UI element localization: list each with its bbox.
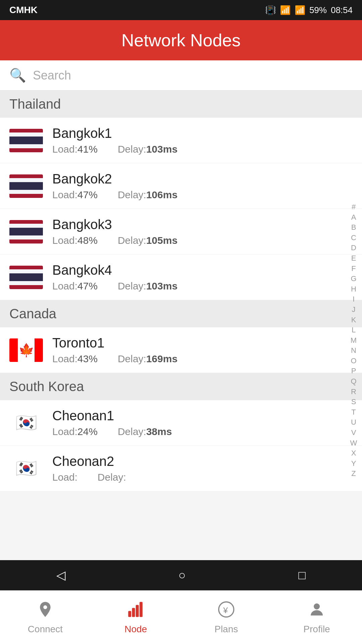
android-nav-bar: ◁ ○ □ xyxy=(0,560,362,590)
svg-point-0 xyxy=(44,605,47,608)
battery-label: 59% xyxy=(309,5,327,15)
status-icons: 📳 📶 📶 59% 08:54 xyxy=(265,5,353,15)
node-name: Toronto1 xyxy=(52,335,353,351)
delay-label: Delay:169ms xyxy=(118,353,177,365)
node-name: Bangkok1 xyxy=(52,126,353,141)
search-icon: 🔍 xyxy=(9,67,26,83)
nav-item-connect[interactable]: Connect xyxy=(0,591,90,644)
load-label: Load:24% xyxy=(52,426,98,437)
maple-leaf-icon: 🍁 xyxy=(18,344,34,357)
carrier-label: CMHK xyxy=(9,5,38,15)
svg-rect-4 xyxy=(139,602,142,617)
status-bar: CMHK 📳 📶 📶 59% 08:54 xyxy=(0,0,362,20)
connect-icon xyxy=(36,600,54,621)
svg-rect-2 xyxy=(132,608,135,617)
flag-thailand-1 xyxy=(9,129,43,152)
nav-item-plans[interactable]: ¥ Plans xyxy=(181,591,272,644)
node-item-bangkok3[interactable]: Bangkok3 Load:48% Delay:105ms xyxy=(0,209,362,255)
svg-rect-3 xyxy=(136,605,139,617)
flag-thailand-4 xyxy=(9,266,43,289)
alphabet-index[interactable]: # A B C D E F G H I J K L M N O P Q R S … xyxy=(345,91,362,590)
node-item-cheonan2[interactable]: 🇰🇷 Cheonan2 Load: Delay: xyxy=(0,446,362,491)
delay-label: Delay:103ms xyxy=(118,280,177,292)
nav-item-node[interactable]: Node xyxy=(90,591,181,644)
bottom-nav: Connect Node ¥ Plans Pro xyxy=(0,590,362,644)
section-header-thailand: Thailand xyxy=(0,91,362,118)
nav-label-profile: Profile xyxy=(303,624,330,635)
page-title: Network Nodes xyxy=(121,30,240,50)
svg-rect-1 xyxy=(128,611,131,617)
node-item-bangkok1[interactable]: Bangkok1 Load:41% Delay:103ms xyxy=(0,118,362,163)
load-label: Load: xyxy=(52,472,77,483)
profile-icon xyxy=(308,600,326,621)
node-name: Cheonan2 xyxy=(52,454,353,469)
load-label: Load:47% xyxy=(52,280,98,292)
node-name: Bangkok4 xyxy=(52,263,353,278)
home-button[interactable]: ○ xyxy=(178,568,186,582)
time-label: 08:54 xyxy=(331,5,353,15)
flag-korea-1: 🇰🇷 xyxy=(9,411,43,435)
back-button[interactable]: ◁ xyxy=(56,568,66,582)
svg-text:¥: ¥ xyxy=(223,606,228,615)
delay-label: Delay: xyxy=(98,472,126,483)
load-label: Load:43% xyxy=(52,353,98,365)
node-item-bangkok4[interactable]: Bangkok4 Load:47% Delay:103ms xyxy=(0,255,362,300)
nav-label-plans: Plans xyxy=(215,624,238,635)
vibrate-icon: 📳 xyxy=(265,5,276,15)
node-name: Cheonan1 xyxy=(52,408,353,423)
search-bar[interactable]: 🔍 xyxy=(0,60,362,91)
svg-point-7 xyxy=(314,603,320,609)
nav-label-node: Node xyxy=(125,624,147,635)
load-label: Load:48% xyxy=(52,235,98,246)
node-list: Thailand Bangkok1 Load:41% Delay:103ms xyxy=(0,91,362,590)
delay-label: Delay:38ms xyxy=(118,426,172,437)
node-name: Bangkok2 xyxy=(52,171,353,186)
flag-korea-2: 🇰🇷 xyxy=(9,457,43,480)
nav-item-profile[interactable]: Profile xyxy=(272,591,362,644)
plans-icon: ¥ xyxy=(217,600,235,621)
search-input[interactable] xyxy=(33,68,353,83)
delay-label: Delay:106ms xyxy=(118,189,177,201)
node-item-toronto1[interactable]: 🍁 Toronto1 Load:43% Delay:169ms xyxy=(0,327,362,373)
flag-canada-1: 🍁 xyxy=(9,338,43,362)
wifi-icon: 📶 xyxy=(280,5,291,15)
signal-icon: 📶 xyxy=(295,5,305,15)
recents-button[interactable]: □ xyxy=(298,568,306,582)
app-header: Network Nodes xyxy=(0,20,362,60)
flag-thailand-3 xyxy=(9,220,43,244)
nav-label-connect: Connect xyxy=(28,624,63,635)
delay-label: Delay:105ms xyxy=(118,235,177,246)
flag-thailand-2 xyxy=(9,174,43,198)
section-header-canada: Canada xyxy=(0,300,362,327)
node-item-cheonan1[interactable]: 🇰🇷 Cheonan1 Load:24% Delay:38ms xyxy=(0,400,362,446)
delay-label: Delay:103ms xyxy=(118,144,177,155)
node-item-bangkok2[interactable]: Bangkok2 Load:47% Delay:106ms xyxy=(0,163,362,209)
node-name: Bangkok3 xyxy=(52,217,353,232)
node-icon xyxy=(127,600,145,621)
load-label: Load:41% xyxy=(52,144,98,155)
load-label: Load:47% xyxy=(52,189,98,201)
section-header-south-korea: South Korea xyxy=(0,373,362,400)
